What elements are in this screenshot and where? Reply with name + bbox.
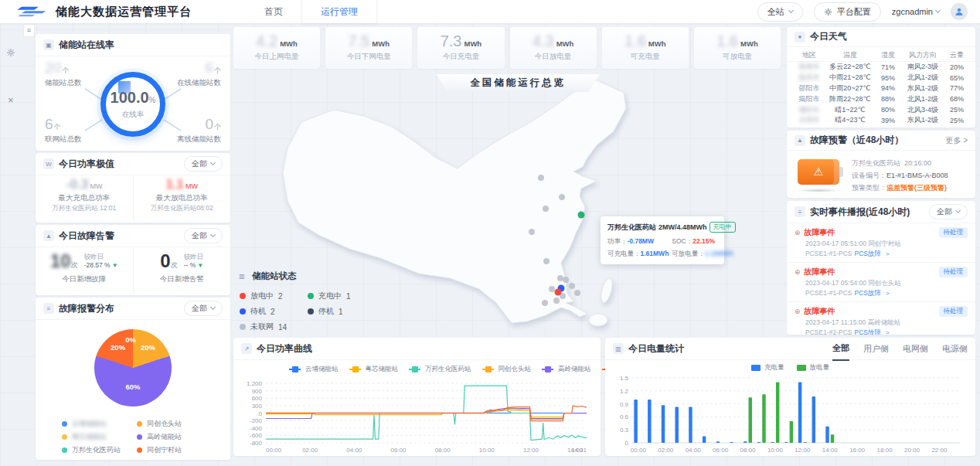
stats-row: 4.2MWh 今日上网电量 7.5MWh 今日下网电量 7.3MWh 今日充电量… bbox=[233, 27, 781, 69]
curve-legend-item[interactable]: 万邦生化医药站 bbox=[409, 365, 471, 374]
pie-slice-label: 0% bbox=[125, 335, 136, 344]
alert-triangle-icon: ⚠ bbox=[798, 159, 839, 185]
tab-home[interactable]: 首页 bbox=[246, 0, 301, 23]
status-legend-item: 未联网14 bbox=[240, 319, 308, 335]
station-dot-gray[interactable] bbox=[559, 194, 565, 200]
curve-legend-item[interactable]: 高岭储能站 bbox=[542, 365, 591, 374]
warning-device: 设备编号：E1-#1-BMS-A-B008 bbox=[852, 169, 948, 182]
event-item[interactable]: ⊕故障事件待处理 2023-04-17 05:51:00 同创宁村站 PCSE1… bbox=[787, 223, 975, 263]
station-dot-gray[interactable] bbox=[542, 300, 548, 306]
panel-title: 实时事件播报(近48小时) bbox=[810, 206, 910, 219]
status-icon: ▥ bbox=[236, 271, 247, 282]
svg-text:10:00: 10:00 bbox=[479, 447, 495, 454]
stat-card: 7.3MWh 今日充电量 bbox=[417, 27, 504, 69]
chevron-down-icon bbox=[788, 8, 794, 13]
svg-text:20:00: 20:00 bbox=[904, 447, 920, 454]
energy-tab[interactable]: 全部 bbox=[832, 337, 849, 361]
fault-link[interactable]: PCS故障 bbox=[854, 289, 880, 297]
rail-gear-icon[interactable] bbox=[6, 48, 15, 60]
svg-text:-400: -400 bbox=[250, 425, 263, 432]
svg-text:22:00: 22:00 bbox=[931, 447, 948, 454]
fault-link[interactable]: PCS故障 bbox=[854, 328, 880, 335]
svg-text:1.5: 1.5 bbox=[620, 375, 629, 382]
rail-close-icon[interactable]: × bbox=[8, 94, 14, 106]
curve-legend-item[interactable]: 同创仓头站 bbox=[482, 365, 532, 374]
online-rate-panel: ▣储能站在线率 20个 储能站总数 6个 在线储能站数 6个 联网站总数 0个 … bbox=[36, 34, 230, 151]
svg-text:0: 0 bbox=[625, 440, 629, 447]
station-dot-gray[interactable] bbox=[543, 206, 549, 212]
collapse-panel-button[interactable]: ≡ bbox=[23, 24, 35, 37]
weather-row: 珠海市 多云22~28℃ 71% 南风2-3级 20% bbox=[787, 62, 975, 73]
list-icon: ≡ bbox=[795, 206, 805, 217]
svg-text:0.6: 0.6 bbox=[620, 413, 629, 420]
event-item[interactable]: ⊕故障事件待处理 2023-04-17 05:54:00 同创仓头站 PCSE1… bbox=[787, 263, 975, 302]
pie-slice-label: 20% bbox=[141, 343, 155, 352]
power-curve-plot: 1,2009006003000-200-400-600-80000:0002:0… bbox=[238, 379, 596, 454]
list-icon: ≡ bbox=[43, 303, 54, 314]
online-stat: 6个 联网站总数 bbox=[45, 116, 107, 145]
station-dot-gray[interactable] bbox=[529, 229, 535, 235]
event-item[interactable]: ⊕故障事件待处理 2023-04-17 11:15:00 高岭储能站 PCSE1… bbox=[787, 302, 975, 335]
fault-link[interactable]: PCS故障 bbox=[854, 250, 880, 257]
gear-icon bbox=[824, 8, 832, 16]
fault-today-filter[interactable]: 全部 bbox=[184, 228, 223, 243]
weather-icon: ● bbox=[795, 32, 805, 43]
status-dot bbox=[240, 293, 246, 299]
energy-tab[interactable]: 电源侧 bbox=[942, 338, 968, 360]
fault-distribution-panel: ≡故障报警分布 全部 20%60%20%0% 云埔储能站 粤芯储能站 万邦生化医… bbox=[36, 298, 230, 460]
bars-legend-item[interactable]: 放电量 bbox=[797, 363, 830, 372]
fault-stat: 10次 较昨日-28.57 %▼ 今日新增故障 bbox=[36, 247, 133, 294]
curve-legend-item[interactable]: 云埔储能站 bbox=[289, 365, 339, 374]
weather-panel: ●今日天气 地区 温度 湿度 风力方向 云量 珠海市 多云22~28℃ 71% … bbox=[787, 27, 975, 128]
user-menu[interactable]: zgcnadmin bbox=[892, 7, 940, 16]
station-dot-red[interactable] bbox=[555, 289, 562, 296]
svg-text:04:00: 04:00 bbox=[686, 447, 702, 454]
status-dot bbox=[308, 308, 314, 315]
events-filter[interactable]: 全部 bbox=[929, 204, 968, 219]
panel-title: 今日电量统计 bbox=[628, 342, 684, 355]
event-list: ⊕故障事件待处理 2023-04-17 05:51:00 同创宁村站 PCSE1… bbox=[787, 223, 975, 335]
app-header: 储能大数据运营管理平台 首页 运行管理 全站 平台配置 zgcnadmin bbox=[0, 0, 980, 23]
power-extreme-panel: W今日功率极值 全部 -0.3MW 最大充电总功率 万邦生化医药站 12:01 … bbox=[36, 153, 230, 223]
arrow-right-icon: > bbox=[886, 329, 890, 335]
curve-legend-item[interactable]: 粤芯储能站 bbox=[349, 365, 399, 374]
fault-dist-filter[interactable]: 全部 bbox=[184, 301, 223, 316]
platform-config-button[interactable]: 平台配置 bbox=[814, 2, 881, 22]
weather-row: 韶关市 中雨21~28℃ 95% 北风1-2级 65% bbox=[787, 73, 975, 83]
site-selector-value: 全站 bbox=[767, 6, 784, 18]
main-nav: 首页 运行管理 bbox=[246, 0, 377, 23]
tooltip-row: 可充电量：1.61MWh bbox=[607, 250, 669, 259]
station-dot-gray[interactable] bbox=[543, 258, 550, 264]
station-dot-gray[interactable] bbox=[563, 277, 569, 283]
tab-operations[interactable]: 运行管理 bbox=[301, 0, 377, 23]
more-link[interactable]: 更多 > bbox=[945, 135, 968, 146]
station-dot-gray[interactable] bbox=[538, 175, 544, 181]
site-selector[interactable]: 全站 bbox=[757, 2, 803, 22]
tooltip-status-badge: 充电中 bbox=[709, 222, 736, 233]
weather-header: 地区 温度 湿度 风力方向 云量 bbox=[787, 49, 975, 62]
station-dot-gray[interactable] bbox=[553, 298, 560, 304]
event-type-icon: ⊕ bbox=[795, 229, 801, 236]
china-map: 全国储能运行总览 万邦生化医药站2MW/4.48MWh充电中 功率：-0.78M… bbox=[233, 71, 781, 335]
panel-icon: W bbox=[43, 158, 54, 169]
status-legend-item: 停机1 bbox=[308, 304, 369, 319]
station-dot-gray[interactable] bbox=[569, 283, 575, 289]
station-dot-green[interactable] bbox=[578, 212, 585, 219]
bars-legend-item[interactable]: 充电量 bbox=[751, 363, 784, 372]
panel-title: 储能站在线率 bbox=[59, 39, 114, 52]
energy-tab[interactable]: 用户侧 bbox=[863, 338, 889, 360]
online-stat: 6个 在线储能站数 bbox=[159, 60, 221, 88]
weather-row: 揭阳市 阵雨22~28℃ 88% 北风1-2级 68% bbox=[787, 94, 975, 104]
bar-chart-icon: ▥ bbox=[613, 343, 624, 354]
pie-legend: 云埔储能站 粤芯储能站 万邦生化医药站 同创仓头站 高岭储能站 同创宁村站 bbox=[36, 406, 230, 457]
avatar[interactable] bbox=[951, 3, 968, 20]
panel-title: 故障预警（近48小时） bbox=[810, 134, 903, 147]
station-dot-gray[interactable] bbox=[574, 290, 580, 296]
fault-today-panel: ▲今日故障告警 全部 10次 较昨日-28.57 %▼ 今日新增故障 0次 较昨… bbox=[36, 225, 230, 295]
power-extreme-filter[interactable]: 全部 bbox=[184, 156, 223, 172]
svg-text:02:00: 02:00 bbox=[302, 447, 318, 454]
tooltip-row: 可放电量：1.15MWh bbox=[672, 250, 733, 259]
energy-tab[interactable]: 电网侧 bbox=[903, 338, 928, 360]
legend-item: 万邦生化医药站 bbox=[62, 444, 137, 457]
dashboard-page: 储能大数据运营管理平台 首页 运行管理 全站 平台配置 zgcnadmin × … bbox=[0, 0, 980, 466]
